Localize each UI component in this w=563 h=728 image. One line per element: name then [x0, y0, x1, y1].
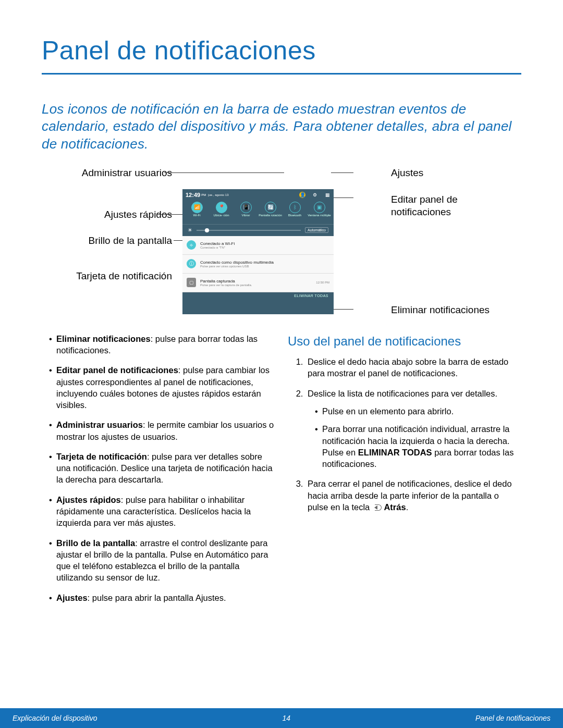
bullet-item: Brillo de la pantalla: arrastre el contr…: [49, 537, 275, 584]
callout-ajustes-rapidos: Ajustes rápidos: [104, 209, 172, 220]
callout-tarjeta-notificacion: Tarjeta de notificación: [76, 270, 172, 282]
gear-icon: ⚙: [312, 192, 318, 198]
step-item: Deslice el dedo hacia abajo sobre la bar…: [305, 356, 521, 379]
bullet-item: Editar panel de notificaciones: pulse pa…: [49, 364, 275, 411]
bullet-item: Tarjeta de notificación: pulse para ver …: [49, 451, 275, 486]
location-icon: 📍: [216, 202, 227, 213]
footer-left: Explicación del dispositivo: [13, 714, 97, 722]
ss-topbar: 12:49 PM jue., agosto 13 👤 ⚙ ▦: [182, 189, 334, 201]
ss-notification-card: ▢ Pantalla capturadaPulse para ver la ca…: [182, 274, 334, 292]
bullet-item: Ajustes rápidos: pulse para habilitar o …: [49, 494, 275, 529]
ss-date: jue., agosto 13: [208, 193, 228, 196]
callout-line: [157, 214, 182, 215]
brightness-slider: [197, 230, 301, 231]
footer-right: Panel de notificaciones: [475, 714, 550, 722]
info-icon: ⓘ: [187, 259, 196, 268]
ss-brightness: ☀ Automático: [182, 225, 334, 236]
wifi-icon: 📶: [191, 202, 203, 213]
callout-line: [331, 172, 353, 173]
brightness-icon: ☀: [188, 227, 192, 233]
intro-text: Los iconos de notificación en la barra d…: [0, 101, 563, 167]
rotate-icon: 🔄: [265, 202, 276, 213]
substep-item: Pulse en un elemento para abrirlo.: [315, 405, 521, 417]
wifi-icon: ⟡: [187, 240, 196, 250]
callout-eliminar-notificaciones: Eliminar notificaciones: [391, 304, 489, 316]
substep-item: Para borrar una notificación individual,…: [315, 423, 521, 470]
diagram: Administrar usuarios Ajustes rápidos Bri…: [42, 167, 521, 324]
user-icon: 👤: [299, 192, 305, 198]
bullet-item: Administrar usuarios: le permite cambiar…: [49, 419, 275, 442]
screenshot-thumb-icon: ▢: [187, 278, 196, 287]
usage-heading: Uso del panel de notificaciones: [288, 333, 521, 350]
vibrate-icon: 📳: [240, 202, 252, 213]
title-rule: [42, 73, 521, 75]
page-footer: Explicación del dispositivo 14 Panel de …: [0, 708, 563, 728]
ss-quick-settings: 📶Wi-Fi 📍Ubica- ción 📳Vibrar 🔄Pantalla ro…: [182, 201, 334, 225]
callout-ajustes: Ajustes: [391, 167, 423, 179]
callout-editar-panel: Editar panel denotificaciones: [391, 193, 458, 219]
bluetooth-icon: ᛒ: [289, 202, 301, 213]
page-title: Panel de notificaciones: [0, 0, 563, 73]
ss-notification-card: ⟡ Conectado a Wi-FiConectado a "TN": [182, 236, 334, 255]
callout-brillo: Brillo de la pantalla: [88, 235, 172, 246]
callout-line: [174, 240, 182, 241]
left-column: Eliminar notificaciones: pulse para borr…: [42, 333, 275, 612]
footer-page-number: 14: [283, 714, 291, 722]
step-item: Para cerrar el panel de notificaciones, …: [305, 478, 521, 513]
notification-panel-screenshot: 12:49 PM jue., agosto 13 👤 ⚙ ▦ 📶Wi-Fi 📍U…: [182, 189, 334, 314]
bullet-item: Eliminar notificaciones: pulse para borr…: [49, 333, 275, 356]
ss-notification-card: ⓘ Conectado como dispositivo multimediaP…: [182, 255, 334, 274]
ss-clear-all: ELIMINAR TODAS: [182, 292, 334, 299]
back-icon: [372, 504, 382, 511]
content-columns: Eliminar notificaciones: pulse para borr…: [0, 324, 563, 612]
ss-time: 12:49: [186, 192, 200, 198]
callout-line: [164, 172, 284, 173]
bullet-item: Ajustes: pulse para abrir la pantalla Aj…: [49, 592, 275, 603]
brightness-auto: Automático: [305, 227, 328, 233]
step-item: Deslice la lista de notificaciones para …: [305, 388, 521, 470]
callout-administrar-usuarios: Administrar usuarios: [82, 167, 172, 179]
multiwindow-icon: ▣: [314, 202, 325, 213]
callout-line: [331, 198, 353, 198]
ss-ampm: PM: [201, 193, 206, 196]
grid-icon: ▦: [324, 192, 331, 198]
right-column: Uso del panel de notificaciones Deslice …: [288, 333, 521, 612]
